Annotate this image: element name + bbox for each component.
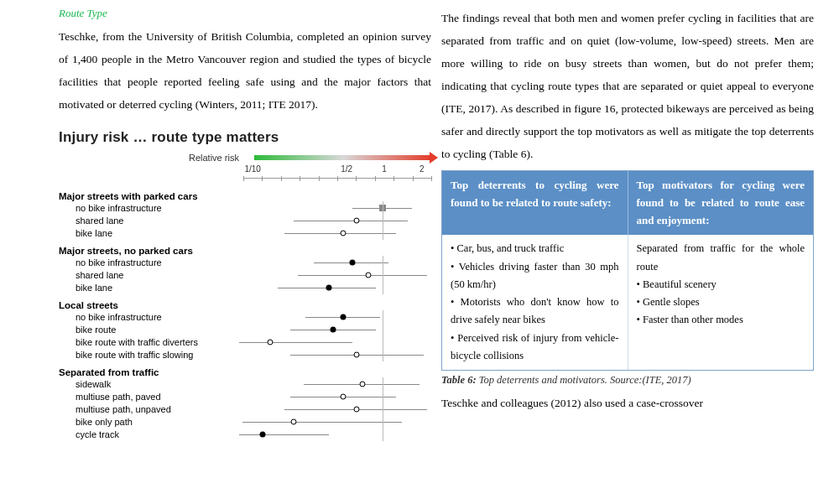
findings-paragraph: The findings reveal that both men and wo… (441, 7, 814, 165)
data-point (340, 393, 346, 399)
group-label: Separated from traffic (59, 367, 431, 377)
row-plot (235, 282, 431, 294)
row-label: sidewalk (59, 379, 235, 389)
row-label: no bike infrastructure (59, 257, 235, 268)
row-label: bike lane (59, 283, 235, 293)
row-plot (235, 324, 431, 335)
row-plot (235, 227, 431, 239)
row-label: no bike infrastructure (59, 203, 235, 213)
forest-row: multiuse path, paved (59, 390, 431, 403)
right-column: The findings reveal that both men and wo… (441, 7, 814, 440)
row-plot (235, 202, 431, 214)
row-label: multiuse path, unpaved (59, 404, 235, 414)
forest-row: no bike infrastructure (59, 201, 431, 214)
risk-gradient: Relative risk (189, 153, 431, 163)
forest-row: bike only path (59, 415, 431, 428)
caption-label: Table 6: (441, 374, 477, 386)
row-label: no bike infrastructure (59, 312, 235, 322)
data-point (350, 259, 356, 265)
data-point (268, 339, 274, 345)
row-plot (235, 215, 431, 226)
axis-tick: 2 (420, 164, 425, 174)
data-point (331, 326, 336, 332)
row-label: bike route with traffic slowing (59, 350, 235, 360)
data-point (259, 431, 265, 437)
forest-row: bike route with traffic slowing (59, 348, 431, 361)
data-point (291, 418, 297, 424)
row-label: shared lane (59, 270, 235, 280)
row-plot (235, 429, 431, 440)
row-plot (235, 416, 431, 428)
row-plot (235, 378, 431, 390)
table-header-deterrents: Top deterrents to cycling were found to … (442, 171, 628, 235)
tail-paragraph: Teschke and colleagues (2012) also used … (441, 392, 814, 414)
row-label: bike route (59, 325, 235, 335)
data-point (366, 272, 372, 278)
forest-row: bike lane (59, 226, 431, 239)
row-plot (235, 403, 431, 415)
forest-plot: Injury risk … route type matters Relativ… (59, 124, 431, 440)
forest-row: shared lane (59, 214, 431, 226)
forest-row: multiuse path, unpaved (59, 403, 431, 415)
forest-body: Major streets with parked carsno bike in… (59, 191, 431, 440)
intro-paragraph: Teschke, from the University of British … (59, 25, 431, 116)
axis-label: Relative risk (189, 153, 239, 163)
axis-tick: 1/2 (341, 164, 352, 174)
left-column: Route Type Teschke, from the University … (59, 7, 431, 440)
chart-title: Injury risk … route type matters (59, 129, 431, 146)
forest-row: shared lane (59, 268, 431, 281)
row-plot (235, 336, 431, 348)
data-point (354, 217, 360, 223)
forest-row: sidewalk (59, 377, 431, 390)
table-6: Top deterrents to cycling were found to … (441, 170, 814, 371)
gradient-bar (254, 155, 431, 160)
caption-text: Top deterrents and motivators. Source:(I… (477, 374, 691, 386)
data-point (326, 284, 332, 290)
row-label: bike only path (59, 417, 235, 427)
data-point (340, 230, 346, 236)
data-point (354, 406, 360, 412)
table-body-row: • Car, bus, and truck traffic• Vehicles … (442, 235, 813, 370)
data-point (340, 314, 346, 320)
row-label: bike lane (59, 228, 235, 238)
row-plot (235, 257, 431, 268)
data-point (354, 351, 360, 357)
row-label: multiuse path, paved (59, 392, 235, 402)
group-label: Major streets with parked cars (59, 191, 431, 201)
group-label: Major streets, no parked cars (59, 246, 431, 256)
table-caption: Table 6: Top deterrents and motivators. … (441, 374, 814, 387)
table-header-motivators: Top motivators for cycling were found to… (628, 171, 814, 235)
axis-tick: 1 (382, 164, 387, 174)
forest-row: bike lane (59, 281, 431, 294)
axis-line (243, 178, 431, 184)
page-content: Route Type Teschke, from the University … (0, 0, 839, 440)
forest-row: bike route (59, 323, 431, 335)
axis-tick: 1/10 (244, 164, 260, 174)
row-label: cycle track (59, 429, 235, 439)
row-label: shared lane (59, 216, 235, 226)
row-plot (235, 349, 431, 361)
row-plot (235, 311, 431, 323)
forest-row: no bike infrastructure (59, 310, 431, 323)
table-cell-deterrents: • Car, bus, and truck traffic• Vehicles … (442, 235, 628, 370)
group-label: Local streets (59, 300, 431, 310)
forest-row: no bike infrastructure (59, 256, 431, 268)
table-cell-motivators: Separated from traffic for the whole rou… (628, 235, 814, 370)
row-plot (235, 269, 431, 281)
row-label: bike route with traffic diverters (59, 337, 235, 347)
section-heading: Route Type (59, 7, 431, 20)
forest-row: bike route with traffic diverters (59, 335, 431, 348)
data-point (360, 381, 366, 387)
forest-row: cycle track (59, 428, 431, 440)
table-header-row: Top deterrents to cycling were found to … (442, 171, 813, 235)
row-plot (235, 391, 431, 403)
